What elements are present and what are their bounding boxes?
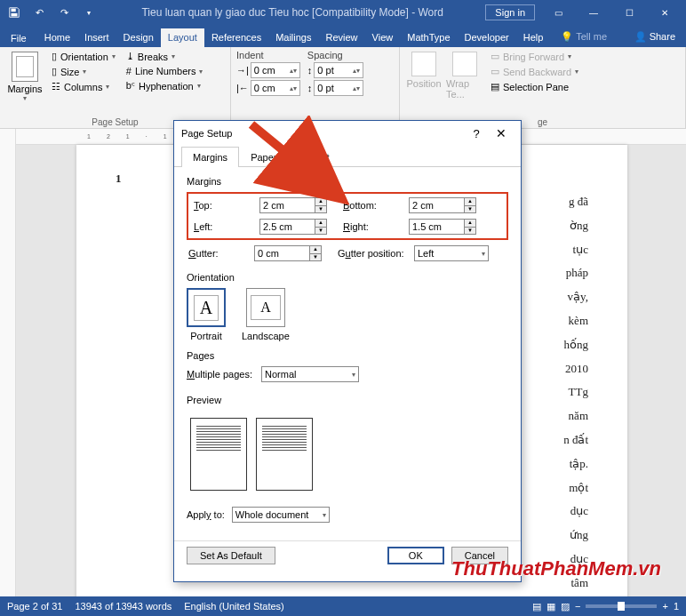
tab-mailings[interactable]: Mailings [268,28,318,47]
hyphenation-button[interactable]: bᶜ Hyphenation ▾ [123,79,207,92]
left-input[interactable]: ▲▼ [259,219,334,235]
line-numbers-button[interactable]: # Line Numbers ▾ [123,65,207,77]
ribbon-tabs: File Home Insert Design Layout Reference… [0,25,686,47]
qat-more[interactable]: ▾ [78,3,100,22]
tab-review[interactable]: Review [319,28,365,47]
minimize-button[interactable]: — [576,0,611,25]
tab-design[interactable]: Design [116,28,161,47]
svg-rect-1 [12,13,18,17]
orientation-button[interactable]: ▯ Orientation ▾ [48,50,119,63]
orientation-portrait[interactable]: A Portrait [187,288,226,341]
status-page[interactable]: Page 2 of 31 [7,601,62,612]
breaks-button[interactable]: ⤓ Breaks ▾ [123,50,207,63]
bring-forward-button: ▭ Bring Forward ▾ [487,50,582,63]
multiple-pages-label: Multiple pages: [187,369,252,380]
top-input[interactable]: ▲▼ [259,197,334,213]
right-input[interactable]: ▲▼ [409,219,483,235]
section-pages: Pages [187,350,508,361]
dialog-close[interactable]: ✕ [489,126,514,140]
dlg-tab-margins[interactable]: Margins [181,147,239,167]
dlg-tab-paper[interactable]: Paper [239,147,288,167]
left-label: Left: [194,221,251,232]
position-icon [411,52,436,76]
wrap-icon [452,52,477,76]
svg-rect-0 [12,9,16,12]
gutter-input[interactable]: ▲▼ [254,245,329,261]
signin-button[interactable]: Sign in [485,4,535,20]
top-label: Top: [194,200,251,211]
tab-home[interactable]: Home [37,28,77,47]
section-orientation: Orientation [187,272,508,283]
bottom-input[interactable]: ▲▼ [409,197,483,213]
multiple-pages-select[interactable]: Normal▾ [261,366,359,382]
share-button[interactable]: 👤 Share [627,28,686,47]
section-margins: Margins [187,176,508,187]
vertical-ruler [0,129,16,616]
section-preview: Preview [187,395,508,405]
redo-button[interactable]: ↷ [53,3,75,22]
tab-layout[interactable]: Layout [161,28,204,47]
view-print[interactable]: ▦ [546,601,555,612]
orientation-landscape[interactable]: A Landscape [242,288,290,341]
tell-me[interactable]: 💡 Tell me [554,28,614,47]
zoom-slider[interactable] [586,604,657,608]
dialog-title: Page Setup [181,128,464,139]
ribbon: Margins▾ ▯ Orientation ▾ ▯ Size ▾ ☷ Colu… [0,47,686,129]
ribbon-options[interactable]: ▭ [540,0,576,25]
tab-references[interactable]: References [204,28,268,47]
gutter-pos-select[interactable]: Left▾ [414,245,489,261]
dialog-help[interactable]: ? [464,127,489,140]
bottom-label: Bottom: [343,200,400,211]
watermark: ThuThuatPhanMem.vn [451,557,661,580]
tab-mathtype[interactable]: MathType [400,28,457,47]
preview-box [187,411,508,498]
dlg-tab-layout[interactable]: Layout [288,147,340,167]
spacing-after[interactable]: ↕ 0 pt▴▾ [307,80,364,96]
apply-to-label: Apply to: [187,509,225,520]
margins-button[interactable]: Margins▾ [5,50,44,116]
wrap-text-button: Wrap Te... [446,50,483,116]
close-button[interactable]: ✕ [647,0,682,25]
tab-view[interactable]: View [365,28,401,47]
columns-button[interactable]: ☷ Columns ▾ [48,80,119,93]
view-read[interactable]: ▤ [532,601,541,612]
tab-file[interactable]: File [0,29,37,47]
margins-icon [12,52,38,82]
status-words[interactable]: 13943 of 13943 words [75,601,172,612]
position-button: Position [405,50,443,116]
page-setup-dialog: Page Setup ? ✕ Margins Paper Layout Marg… [173,120,522,582]
spacing-header: Spacing [307,50,364,60]
apply-to-select[interactable]: Whole document▾ [232,507,330,523]
size-button[interactable]: ▯ Size ▾ [48,65,119,78]
ok-button[interactable]: OK [387,547,444,564]
view-web[interactable]: ▨ [561,601,570,612]
tab-insert[interactable]: Insert [77,28,116,47]
save-button[interactable] [4,3,25,22]
indent-left[interactable]: →| 0 cm▴▾ [236,62,300,78]
spacing-before[interactable]: ↕ 0 pt▴▾ [307,62,364,78]
maximize-button[interactable]: ☐ [611,0,647,25]
selection-pane-button[interactable]: ▤ Selection Pane [487,80,582,93]
indent-right[interactable]: |← 0 cm▴▾ [236,80,300,96]
send-backward-button: ▭ Send Backward ▾ [487,65,582,78]
undo-button[interactable]: ↶ [28,3,50,22]
titlebar: ↶ ↷ ▾ Tieu luan quan ly giao duc Tieu ho… [0,0,686,25]
gutter-pos-label: Gutter position: [338,248,405,259]
indent-header: Indent [236,50,300,60]
right-label: Right: [343,221,400,232]
tab-developer[interactable]: Developer [458,28,516,47]
statusbar: Page 2 of 31 13943 of 13943 words Englis… [0,596,686,616]
tab-help[interactable]: Help [516,28,551,47]
status-language[interactable]: English (United States) [184,601,284,612]
window-title: Tieu luan quan ly giao duc Tieu hoc [Com… [100,6,485,19]
gutter-label: Gutter: [188,248,245,259]
zoom-in[interactable]: + [662,601,667,612]
set-default-button[interactable]: Set As Default [187,547,275,564]
zoom-out[interactable]: − [575,601,580,612]
zoom-level[interactable]: 1 [674,601,679,612]
